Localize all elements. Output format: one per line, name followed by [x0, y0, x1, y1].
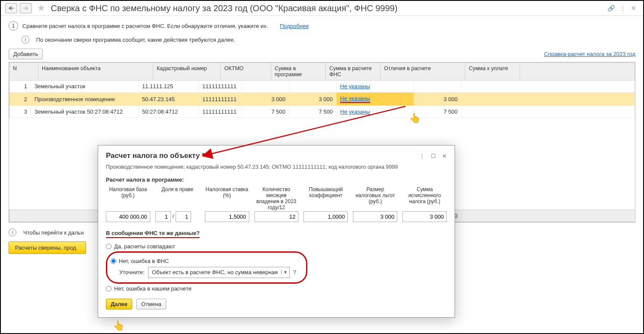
link-icon[interactable]: 🔗	[607, 5, 615, 12]
kebab-menu-icon[interactable]: ⋮	[620, 5, 626, 12]
input-base[interactable]	[106, 211, 150, 222]
col-spacer	[520, 63, 635, 80]
page-title: Сверка с ФНС по земельному налогу за 202…	[51, 3, 397, 13]
step-info: i По окончании сверки программа сообщит,…	[9, 33, 635, 46]
lbl-relief: Размер налоговых льгот (руб.)	[353, 186, 397, 211]
step-number: 1	[9, 21, 18, 31]
lbl-months: Количество месяцев владения в 2023 году/…	[254, 186, 299, 211]
lbl-coef: Повышаю­щий коэффици­ент	[303, 186, 348, 211]
step-info-text: По окончании сверки программа сообщит, к…	[36, 37, 235, 43]
col-sum-due: Сумма к уплате	[465, 63, 520, 80]
reconcile-done-button[interactable]: Расчеты сверены, прод	[9, 241, 86, 254]
table-row[interactable]: 3 Земельный участок 50:27:08:4712 50:27:…	[9, 106, 635, 118]
diff-link[interactable]: Не указаны	[340, 83, 370, 90]
col-cad: Кадастровый номер	[153, 63, 221, 80]
radio-fns-row[interactable]: Нет, ошибка в ФНС	[111, 258, 300, 264]
highlighted-option: Нет, ошибка в ФНС Уточните: Объект есть …	[106, 251, 307, 284]
radio-yes[interactable]	[106, 244, 111, 249]
clarify-select[interactable]: Объект есть в расчете ФНС, но сумма неве…	[148, 267, 290, 278]
lbl-share: Доля в праве	[155, 186, 200, 211]
input-tax[interactable]	[402, 211, 447, 222]
clarify-label: Уточните:	[119, 269, 145, 275]
dialog-title: Расчет налога по объекту *	[106, 152, 205, 160]
add-button[interactable]: Добавить	[9, 49, 43, 59]
dialog-maximize-icon[interactable]: ☐	[431, 153, 436, 159]
radio-our-error[interactable]	[106, 286, 111, 291]
input-relief[interactable]	[353, 211, 397, 222]
table-row[interactable]: 1 Земельный участок 11.1111.125 11111111…	[9, 80, 635, 93]
window-header: ★ Сверка с ФНС по земельному налогу за 2…	[1, 1, 643, 16]
info-icon: i	[22, 36, 29, 43]
input-months[interactable]	[254, 211, 299, 222]
step-instruction: 1 Сравните расчет налога в программе с р…	[9, 19, 635, 33]
step-text: Сравните расчет налога в программе с рас…	[22, 23, 268, 29]
close-icon[interactable]: ✕	[631, 5, 636, 12]
hand-cursor-icon: 👆	[113, 320, 124, 331]
radio-our-row[interactable]: Нет, ошибка в нашем расчете	[106, 285, 447, 292]
col-sum-prog: Сумма в программе	[271, 63, 326, 80]
object-calc-dialog: Расчет налога по объекту * ⋮ ☐ ✕ Произво…	[98, 145, 455, 318]
radio-yes-label: Да, расчеты совпадают	[114, 243, 175, 250]
col-diff: Отличия в расчете	[381, 63, 465, 80]
nav-back-button[interactable]	[5, 3, 17, 13]
table-row-selected[interactable]: 2 Производственное помещение 50.47.23.14…	[9, 93, 635, 106]
radio-fns-label: Нет, ошибка в ФНС	[119, 258, 169, 264]
chevron-down-icon[interactable]: ▼	[281, 270, 289, 275]
calc-grid: Налоговая база (руб.) Доля в праве / Нал…	[106, 186, 447, 222]
dialog-section-head: Расчет налога в программе:	[106, 176, 447, 183]
input-share-a[interactable]	[155, 211, 171, 222]
info-icon: i	[9, 229, 16, 236]
radio-fns-error[interactable]	[111, 258, 116, 264]
input-coef[interactable]	[303, 211, 348, 222]
radio-yes-row[interactable]: Да, расчеты совпадают	[106, 243, 447, 250]
dialog-question: В сообщении ФНС те же данные?	[106, 230, 200, 238]
nav-forward-button[interactable]	[20, 3, 32, 13]
lbl-base: Налоговая база (руб.)	[106, 186, 150, 211]
diff-link[interactable]: Не указаны	[340, 108, 370, 115]
col-n: N	[9, 63, 38, 80]
help-icon[interactable]: ?	[293, 269, 296, 275]
col-name: Наименование объекта	[38, 63, 153, 80]
dialog-kebab-icon[interactable]: ⋮	[419, 153, 425, 159]
cancel-button[interactable]: Отмена	[136, 299, 166, 309]
lbl-rate: Налоговая ставка (%)	[205, 186, 249, 211]
col-oktmo: ОКТМО	[221, 63, 271, 80]
dialog-close-icon[interactable]: ✕	[442, 153, 447, 159]
lbl-tax: Сумма исчисленного налога (руб.)	[402, 186, 447, 211]
col-sum-fns: Сумма в расчете ФНС	[326, 63, 381, 80]
input-rate[interactable]	[205, 211, 249, 222]
radio-our-label: Нет, ошибка в нашем расчете	[114, 285, 192, 292]
clarify-value: Объект есть в расчете ФНС, но сумма неве…	[149, 269, 281, 275]
tax-report-link[interactable]: Справка-расчет налога за 2023 год	[544, 51, 635, 57]
diff-link-selected[interactable]: Не указаны	[340, 95, 370, 103]
dialog-subtitle: Производственное помещение; кадастровый …	[106, 164, 447, 171]
favorite-star-icon[interactable]: ★	[37, 3, 46, 14]
next-button[interactable]: Далее	[106, 299, 132, 309]
more-link[interactable]: Подробнее	[280, 23, 309, 29]
input-share-b[interactable]	[176, 211, 191, 222]
